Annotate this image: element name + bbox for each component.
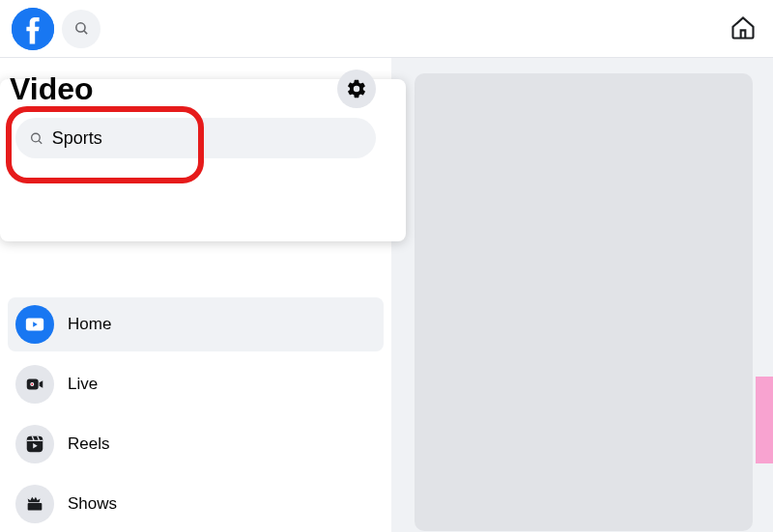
svg-point-1 [75,23,84,32]
nav-item-reels[interactable]: Reels [8,417,384,471]
video-search-input[interactable] [52,128,362,149]
svg-line-2 [83,31,86,34]
svg-point-8 [31,383,33,385]
svg-line-4 [39,140,42,143]
facebook-logo[interactable] [12,8,54,50]
live-icon [15,365,54,404]
nav-label: Home [68,315,111,334]
nav-item-live[interactable]: Live [8,357,384,411]
page-title: Video [10,71,94,107]
nav-label: Reels [68,434,109,454]
home-nav-button[interactable] [729,14,758,42]
shows-icon [15,485,54,523]
search-icon [73,20,90,37]
sidebar-header: Video [0,58,391,112]
home-icon [730,14,757,42]
search-icon [29,130,44,147]
main-content [391,58,773,532]
nav-item-home[interactable]: Home [8,297,384,351]
video-icon [15,305,54,344]
video-search-box[interactable] [15,118,376,158]
settings-button[interactable] [337,70,376,108]
nav-label: Shows [68,494,117,514]
nav-label: Live [68,375,98,394]
gear-icon [346,78,367,99]
nav-item-shows[interactable]: Shows [8,477,384,531]
content-area: Video Home [0,58,773,532]
svg-point-3 [32,133,41,142]
topbar [0,0,773,58]
global-search-button[interactable] [62,10,100,48]
video-search-row [0,112,391,170]
sidebar: Video Home [0,58,391,532]
svg-rect-9 [27,436,43,453]
content-placeholder [415,73,753,531]
side-accent [756,377,773,463]
reels-icon [15,425,54,463]
sidebar-nav: Home Live Reels Shows [0,290,391,532]
svg-rect-10 [28,503,43,510]
